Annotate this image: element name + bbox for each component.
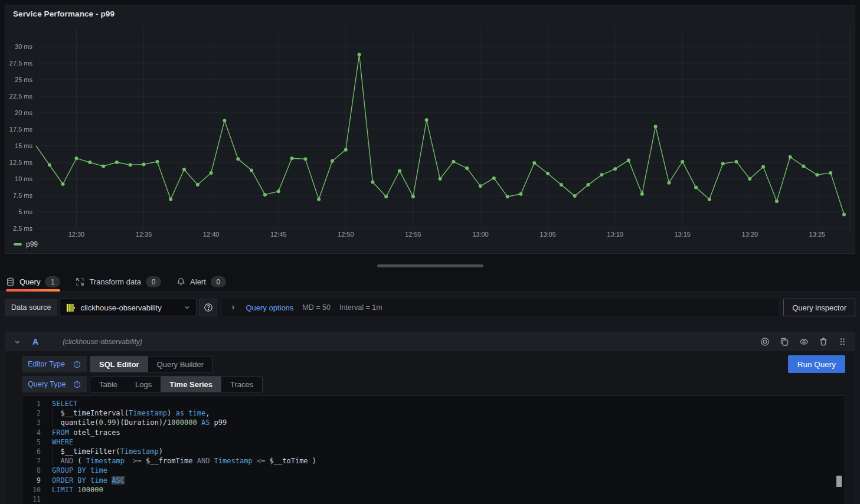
data-point[interactable] xyxy=(694,186,698,189)
data-point[interactable] xyxy=(613,167,617,171)
data-point[interactable] xyxy=(48,163,51,167)
data-point[interactable] xyxy=(789,155,792,159)
data-point[interactable] xyxy=(452,160,455,163)
query-type-logs[interactable]: Logs xyxy=(126,377,161,392)
data-point[interactable] xyxy=(317,198,321,201)
data-point[interactable] xyxy=(398,169,401,173)
hide-query-eye-icon[interactable] xyxy=(799,337,809,346)
editor-type-query-builder[interactable]: Query Builder xyxy=(148,356,212,372)
data-point[interactable] xyxy=(155,160,159,163)
data-point[interactable] xyxy=(640,192,644,196)
data-point[interactable] xyxy=(667,181,671,185)
data-point[interactable] xyxy=(802,165,806,168)
data-point[interactable] xyxy=(142,162,146,166)
query-type-time-series[interactable]: Time Series xyxy=(161,377,221,392)
query-type-table[interactable]: Table xyxy=(90,377,126,392)
data-point[interactable] xyxy=(479,184,482,188)
legend-series-label[interactable]: p99 xyxy=(26,240,38,248)
code-line[interactable]: 9ORDER BY time ASC xyxy=(22,476,845,485)
data-point[interactable] xyxy=(411,195,415,198)
data-point[interactable] xyxy=(465,166,469,170)
info-icon[interactable] xyxy=(73,361,81,368)
data-point[interactable] xyxy=(735,160,738,163)
chart-legend[interactable]: p99 xyxy=(5,240,855,248)
data-point[interactable] xyxy=(842,213,846,217)
data-point[interactable] xyxy=(761,165,765,169)
record-circle-icon[interactable] xyxy=(760,337,770,346)
data-point[interactable] xyxy=(210,171,213,175)
data-point[interactable] xyxy=(439,177,442,181)
p99-chart-svg[interactable]: 2.5 ms5 ms7.5 ms10 ms12.5 ms15 ms17.5 ms… xyxy=(5,19,855,240)
data-point[interactable] xyxy=(573,194,577,198)
data-point[interactable] xyxy=(371,181,374,184)
code-line[interactable]: 5WHERE xyxy=(22,437,845,447)
code-line[interactable]: 10LIMIT 100000 xyxy=(22,485,845,495)
data-point[interactable] xyxy=(492,176,496,180)
data-point[interactable] xyxy=(708,198,711,201)
data-point[interactable] xyxy=(546,172,550,175)
code-line[interactable]: 4FROM otel_traces xyxy=(22,428,845,437)
collapse-chevron-icon[interactable] xyxy=(14,338,21,346)
data-point[interactable] xyxy=(344,148,348,152)
code-line[interactable]: 6 $__timeFilter(Timestamp) xyxy=(22,447,845,456)
data-point[interactable] xyxy=(115,161,119,164)
code-line[interactable]: 7 AND ( Timestamp >= $__fromTime AND Tim… xyxy=(22,456,845,466)
drag-handle-icon[interactable] xyxy=(838,337,846,346)
data-point[interactable] xyxy=(75,156,79,160)
code-line[interactable]: 8GROUP BY time xyxy=(22,466,845,475)
data-point[interactable] xyxy=(775,199,779,203)
data-point[interactable] xyxy=(654,125,658,129)
data-point[interactable] xyxy=(748,177,751,181)
data-point[interactable] xyxy=(303,157,307,161)
data-point[interactable] xyxy=(358,53,361,56)
tab-transform-data[interactable]: Transform data 0 xyxy=(76,273,161,292)
data-point[interactable] xyxy=(290,156,294,160)
delete-query-trash-icon[interactable] xyxy=(819,337,828,346)
query-row-header[interactable]: A (clickhouse-observability) xyxy=(5,332,855,351)
data-point[interactable] xyxy=(384,195,388,198)
code-line[interactable]: 2 $__timeInterval(Timestamp) as time, xyxy=(22,408,845,418)
data-point[interactable] xyxy=(182,168,186,171)
data-point[interactable] xyxy=(627,159,630,162)
info-icon[interactable] xyxy=(73,381,81,388)
data-point[interactable] xyxy=(102,165,105,168)
duplicate-query-icon[interactable] xyxy=(780,337,789,346)
data-point[interactable] xyxy=(425,118,429,122)
splitter-drag-handle[interactable] xyxy=(377,264,483,267)
code-line[interactable]: 11 xyxy=(22,495,845,504)
run-query-button[interactable]: Run Query xyxy=(788,355,845,373)
code-line[interactable]: 1SELECT xyxy=(22,399,845,408)
query-inspector-button[interactable]: Query inspector xyxy=(783,299,855,316)
sql-code-editor[interactable]: 1SELECT2 $__timeInterval(Timestamp) as t… xyxy=(22,395,845,504)
data-point[interactable] xyxy=(506,195,509,198)
data-point[interactable] xyxy=(815,173,819,176)
data-point[interactable] xyxy=(169,198,172,201)
data-point[interactable] xyxy=(61,182,65,186)
data-point[interactable] xyxy=(236,157,240,161)
data-point[interactable] xyxy=(277,189,280,193)
editor-type-sql-editor[interactable]: SQL Editor xyxy=(90,356,148,372)
datasource-help-button[interactable] xyxy=(200,299,217,316)
data-point[interactable] xyxy=(129,163,132,167)
data-point[interactable] xyxy=(600,173,603,176)
code-line[interactable]: 3 quantile(0.99)(Duration)/1000000 AS p9… xyxy=(22,418,845,427)
data-point[interactable] xyxy=(88,161,91,164)
query-options-link[interactable]: Query options xyxy=(246,303,293,312)
tab-query[interactable]: Query 1 xyxy=(6,273,60,292)
data-point[interactable] xyxy=(250,168,253,172)
tab-alert[interactable]: Alert 0 xyxy=(176,273,226,292)
data-point[interactable] xyxy=(532,161,536,165)
data-point[interactable] xyxy=(263,193,267,197)
data-point[interactable] xyxy=(223,119,226,122)
query-type-traces[interactable]: Traces xyxy=(221,377,262,392)
datasource-picker[interactable]: clickhouse-observability xyxy=(60,299,197,316)
data-point[interactable] xyxy=(829,171,832,175)
data-point[interactable] xyxy=(681,160,684,163)
data-point[interactable] xyxy=(587,183,590,186)
data-point[interactable] xyxy=(721,162,725,165)
chevron-right-icon[interactable] xyxy=(230,304,237,311)
data-point[interactable] xyxy=(560,183,563,186)
data-point[interactable] xyxy=(519,192,522,196)
data-point[interactable] xyxy=(196,183,200,186)
data-point[interactable] xyxy=(331,159,334,163)
